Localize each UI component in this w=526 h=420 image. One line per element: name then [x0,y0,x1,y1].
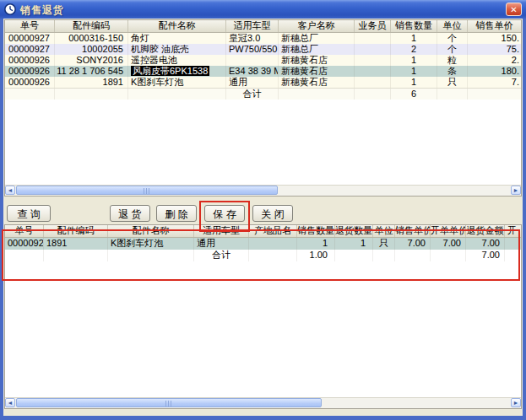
cell-price: 2. [468,55,522,66]
scroll-left-icon[interactable]: ◄ [5,186,15,195]
cell-order-no: 00000926 [5,238,44,250]
cell-part-name: K图刹车灯泡 [108,238,194,250]
table-row[interactable]: 00000926 1891 K图刹车灯泡 通用 新穗黄石店 1 只 7. [5,77,521,88]
cell-vehicle-model: 皇冠3.0 [226,33,279,44]
col-header-bill-price: 开单单价 [431,225,466,237]
cell-sale-price: 7.00 [395,238,431,250]
close-button[interactable]: 关 闭 [252,205,293,222]
scrollbar-thumb[interactable] [16,398,322,407]
col-header-sales-price: 销售单价 [395,225,431,237]
col-header-salesman: 业务员 [355,20,391,32]
cell-qty: 1 [391,66,437,77]
total-amount: 7.00 [466,250,505,261]
highlighted-cell-text: 风扇皮带6PK1538 [131,66,209,76]
col-header-unit: 单位 [437,20,468,32]
col-header-order-no: 单号 [5,225,44,237]
cell-unit: 粒 [437,55,468,66]
cell-unit: 只 [437,77,468,88]
return-button[interactable]: 退 货 [110,205,150,222]
cell-salesman [355,77,391,88]
table-row[interactable]: 00000927 0000316-150 角灯 皇冠3.0 新穗总厂 1 个 1… [5,33,521,44]
cell-order-no: 00000927 [5,33,55,44]
cell-order-no: 00000926 [5,55,55,66]
total-qty: 1.00 [297,250,335,261]
col-header-order-no: 单号 [5,20,55,32]
cell-qty: 1 [391,77,437,88]
cell-qty: 1 [391,55,437,66]
scroll-right-icon[interactable]: ► [511,398,521,407]
cell-unit: 条 [437,66,468,77]
detail-grid-hscrollbar[interactable]: ◄ ► [5,397,521,408]
cell-customer: 新穗总厂 [279,33,355,44]
cell-return-qty: 1 [335,238,373,250]
save-button[interactable]: 保 存 [204,205,245,222]
sales-return-window: 销售退货 ✕ 单号 配件编码 配件名称 适用车型 客户名称 业务员 销售数量 单… [0,0,526,420]
window-title: 销售退货 [20,3,64,18]
scrollbar-thumb[interactable] [16,186,278,195]
cell-salesman [355,44,391,55]
col-header-unit: 单位 [373,225,395,237]
cell-part-name: K图刹车灯泡 [128,77,226,88]
cell-part-name: 遥控器电池 [128,55,226,66]
col-header-part-name: 配件名称 [128,20,226,32]
col-header-clipped: 开 [505,225,522,237]
total-qty: 6 [391,89,437,100]
col-header-sales-qty: 销售数量 [297,225,335,237]
col-header-customer-name: 客户名称 [279,20,355,32]
main-grid-hscrollbar[interactable]: ◄ ► [5,185,521,196]
col-header-part-name: 配件名称 [108,225,194,237]
col-header-return-qty: 退货数量 [335,225,373,237]
cell-vehicle-model: PW750/550 [226,44,279,55]
table-row-selected[interactable]: 00000926 11 28 1 706 545 风扇皮带6PK1538 E34… [5,66,521,77]
query-button[interactable]: 查 询 [7,205,51,222]
cell-price: 75. [468,44,522,55]
cell-unit: 只 [373,238,395,250]
total-label: 合计 [226,89,279,100]
cell-qty: 2 [391,44,437,55]
col-header-return-amount: 退货金额 [466,225,505,237]
col-header-origin-name: 产地品名 [249,225,297,237]
table-row[interactable]: 00000927 10002055 机脚胶 油底壳 PW750/550 新穗总厂… [5,44,521,55]
col-header-part-code: 配件编码 [55,20,128,32]
close-icon[interactable]: ✕ [506,3,522,16]
cell-price: 180. [468,66,522,77]
window-body: 单号 配件编码 配件名称 适用车型 客户名称 业务员 销售数量 单位 销售单价 … [0,19,526,420]
cell-salesman [355,66,391,77]
cell-salesman [355,33,391,44]
cell-origin [249,238,297,250]
sales-orders-grid: 单号 配件编码 配件名称 适用车型 客户名称 业务员 销售数量 单位 销售单价 … [4,19,522,197]
col-header-vehicle-model: 适用车型 [226,20,279,32]
cell-part-name: 机脚胶 油底壳 [128,44,226,55]
totals-row: 合计 6 [5,88,521,100]
cell-part-code: 0000316-150 [55,33,128,44]
title-bar[interactable]: 销售退货 ✕ [0,0,526,19]
detail-row-selected[interactable]: 00000926 1891 K图刹车灯泡 通用 1 1 只 7.00 7.00 … [5,238,521,250]
cell-part-code: SONY2016 [55,55,128,66]
cell-vehicle-model: 通用 [226,77,279,88]
cell-part-code: 11 28 1 706 545 [55,66,128,77]
delete-button[interactable]: 删 除 [156,205,197,222]
cell-salesman [355,55,391,66]
col-header-vehicle-model: 适用车型 [194,225,249,237]
col-header-part-code: 配件编码 [44,225,108,237]
cell-qty: 1 [391,33,437,44]
cell-unit: 个 [437,44,468,55]
cell-order-no: 00000926 [5,66,55,77]
cell-bill-price: 7.00 [431,238,466,250]
table-row[interactable]: 00000926 SONY2016 遥控器电池 新穗黄石店 1 粒 2. [5,55,521,66]
cell-part-name-editing[interactable]: 风扇皮带6PK1538 [128,66,226,77]
cell-customer: 新穗黄石店 [279,66,355,77]
cell-customer: 新穗黄石店 [279,77,355,88]
scroll-left-icon[interactable]: ◄ [5,398,15,407]
return-detail-grid: 单号 配件编码 配件名称 适用车型 产地品名 销售数量 退货数量 单位 销售单价… [4,224,522,409]
cell-order-no: 00000926 [5,77,55,88]
cell-vehicle-model: 通用 [194,238,249,250]
cell-sale-qty: 1 [297,238,335,250]
cell-vehicle-model: E34 38 39 M3 [226,66,279,77]
cell-vehicle-model [226,55,279,66]
scroll-right-icon[interactable]: ► [511,186,521,195]
cell-price: 150. [468,33,522,44]
cell-part-code: 1891 [55,77,128,88]
col-header-sales-qty: 销售数量 [391,20,437,32]
total-label: 合计 [194,250,249,261]
